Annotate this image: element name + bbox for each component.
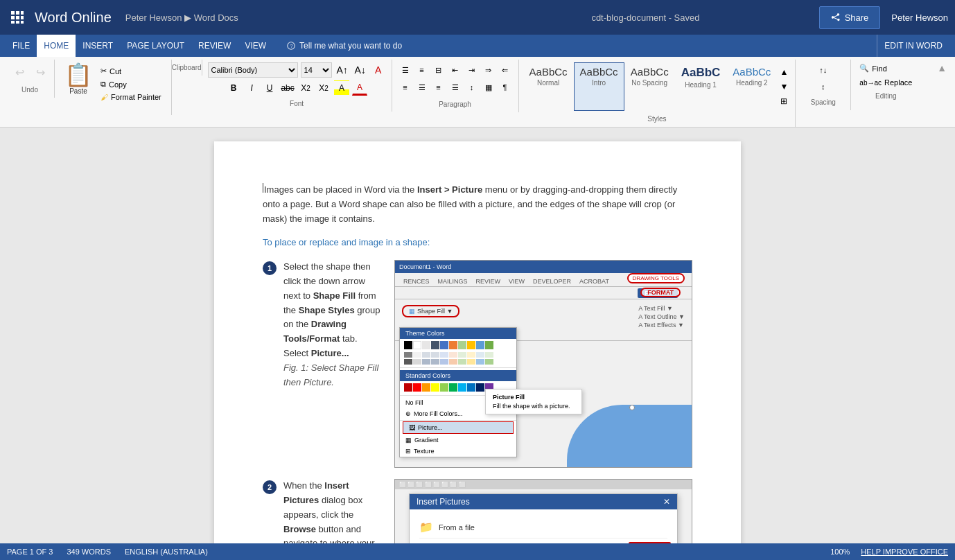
editing-group: 🔍 Find ab→ac Replace Editing: [851, 60, 920, 104]
tab-developer: DEVELOPER: [529, 277, 575, 286]
breadcrumb: Peter Hewson ▶ Word Docs: [125, 12, 472, 23]
menu-insert[interactable]: INSERT: [76, 35, 120, 57]
font-size-select[interactable]: 14: [301, 62, 332, 78]
font-color2-button[interactable]: A: [352, 80, 367, 96]
ltr-button[interactable]: ⇒: [481, 62, 496, 78]
rtl-button[interactable]: ⇐: [498, 62, 513, 78]
increase-indent-button[interactable]: ⇥: [464, 62, 480, 78]
close-dialog-icon[interactable]: ✕: [663, 497, 670, 507]
spacing-before-button[interactable]: ↑↓: [816, 62, 831, 78]
bold-button[interactable]: B: [226, 80, 241, 96]
gradient-option: ▦ Gradient: [400, 435, 516, 446]
multilevel-list-button[interactable]: ⊟: [431, 62, 446, 78]
undo-group-label: Undo: [21, 85, 38, 95]
tell-me-bar[interactable]: ? Tell me what you want to do: [287, 41, 402, 51]
menu-review[interactable]: REVIEW: [191, 35, 238, 57]
strikethrough-button[interactable]: abc: [280, 80, 295, 96]
style-no-spacing[interactable]: AaBbCc No Spacing: [624, 62, 675, 111]
menu-file[interactable]: FILE: [6, 35, 37, 57]
drawing-tools-label: DRAWING TOOLS: [627, 273, 685, 283]
step2-screenshot: ⬜ ⬜ ⬜ ⬜ ⬜ ⬜ ⬜ ⬜ Insert Pictures ✕ 📁 From…: [394, 479, 692, 546]
styles-scroll-up[interactable]: ▲: [778, 67, 789, 78]
paste-button[interactable]: 📋 Paste: [59, 62, 98, 95]
font-name-select[interactable]: Calibri (Body): [208, 62, 298, 78]
cut-label: Cut: [109, 67, 121, 76]
bullets-button[interactable]: ☰: [398, 62, 413, 78]
superscript-button[interactable]: X2: [316, 80, 331, 96]
numbering-button[interactable]: ≡: [414, 62, 430, 78]
style-normal-preview: AaBbCc: [529, 66, 568, 78]
highlight-button[interactable]: A: [334, 80, 349, 96]
step1-section: 1 Select the shape then click the down a…: [263, 260, 692, 468]
step2-left: 2 When the Insert Pictures dialog box ap…: [263, 479, 380, 546]
step2-content: When the Insert Pictures dialog box appe…: [283, 479, 380, 546]
word-mock-1: Document1 - Word RENCES MAILINGS REVIEW …: [394, 260, 692, 468]
style-intro[interactable]: AaBbCc Intro: [574, 62, 624, 111]
line-spacing-button[interactable]: ↕: [464, 80, 480, 95]
document-area[interactable]: Images can be placed in Word via the Ins…: [0, 128, 955, 546]
format-painter-button[interactable]: 🖌 Format Painter: [98, 91, 164, 103]
decrease-indent-button[interactable]: ⇤: [448, 62, 463, 78]
step2-item: 2 When the Insert Pictures dialog box ap…: [263, 479, 380, 546]
paragraph-group-label: Paragraph: [439, 99, 471, 110]
share-button[interactable]: Share: [819, 6, 881, 29]
align-right-button[interactable]: ≡: [431, 80, 446, 95]
texture-option: ⊞ Texture: [400, 446, 516, 457]
clipboard-small-buttons: ✂ Cut ⧉ Copy 🖌 Format Painter: [98, 62, 164, 103]
copy-button[interactable]: ⧉ Copy: [98, 78, 164, 90]
menu-page-layout[interactable]: PAGE LAYOUT: [120, 35, 191, 57]
insert-pictures-body: 📁 From a file: [410, 509, 677, 545]
page-count: PAGE 1 OF 3: [7, 548, 53, 556]
font-color-button[interactable]: A: [371, 62, 386, 78]
align-center-button[interactable]: ☰: [414, 80, 430, 95]
insert-pictures-title: Insert Pictures: [417, 497, 470, 507]
tab-view: VIEW: [505, 277, 529, 286]
font-group: Calibri (Body) 14 A↑ A↓ A B I U abc X2 X…: [202, 60, 392, 112]
style-heading2[interactable]: AaBbCc Heading 2: [726, 62, 777, 111]
svg-text:?: ?: [290, 43, 293, 49]
find-button[interactable]: 🔍 Find: [857, 62, 915, 74]
style-heading1[interactable]: AaBbC Heading 1: [675, 62, 727, 111]
subscript-button[interactable]: X2: [298, 80, 313, 96]
styles-scroll-down[interactable]: ▼: [778, 81, 789, 92]
document-page: Images can be placed in Word via the Ins…: [214, 141, 741, 546]
format-tab-circled: FORMAT: [640, 288, 681, 297]
breadcrumb-user[interactable]: Peter Hewson: [125, 12, 182, 23]
picture-fill-tooltip: Picture Fill Fill the shape with a pictu…: [485, 389, 582, 414]
svg-rect-6: [11, 21, 15, 24]
cut-button[interactable]: ✂ Cut: [98, 65, 164, 77]
theme-colors-dark-row: [400, 339, 516, 351]
help-improve[interactable]: HELP IMPROVE OFFICE: [861, 548, 948, 556]
justify-button[interactable]: ☰: [448, 80, 463, 95]
shading-button[interactable]: ▦: [481, 80, 496, 95]
edit-in-word-button[interactable]: EDIT IN WORD: [877, 35, 949, 57]
cursor: [263, 183, 263, 193]
word-mock-titlebar: Document1 - Word: [395, 261, 692, 273]
style-intro-preview: AaBbCc: [580, 66, 618, 78]
decrease-font-size-button[interactable]: A↓: [353, 62, 368, 78]
underline-button[interactable]: U: [262, 80, 277, 96]
tab-references: RENCES: [399, 277, 434, 286]
status-right: 100% HELP IMPROVE OFFICE: [830, 548, 948, 556]
paragraph-mark-button[interactable]: ¶: [498, 80, 513, 95]
spacing-after-button[interactable]: ↕: [816, 79, 831, 94]
italic-button[interactable]: I: [244, 80, 259, 96]
increase-font-size-button[interactable]: A↑: [335, 62, 350, 78]
breadcrumb-folder[interactable]: Word Docs: [194, 12, 238, 23]
waffle-icon[interactable]: [7, 7, 28, 28]
menu-bar: FILE HOME INSERT PAGE LAYOUT REVIEW VIEW…: [0, 35, 955, 57]
style-heading2-name: Heading 2: [736, 79, 768, 87]
replace-button[interactable]: ab→ac Replace: [857, 77, 915, 88]
style-normal-name: Normal: [537, 79, 559, 87]
undo-button[interactable]: ↩: [10, 62, 29, 82]
picture-fill-title: Picture Fill: [493, 394, 575, 401]
insert-pictures-titlebar: Insert Pictures ✕: [410, 494, 677, 509]
style-normal[interactable]: AaBbCc Normal: [523, 62, 574, 111]
ribbon-collapse-button[interactable]: ▲: [934, 60, 949, 73]
redo-button[interactable]: ↪: [30, 62, 50, 82]
styles-expand[interactable]: ⊞: [778, 96, 789, 107]
menu-home[interactable]: HOME: [37, 35, 76, 57]
menu-view[interactable]: VIEW: [238, 35, 273, 57]
align-left-button[interactable]: ≡: [398, 80, 413, 95]
spacing-group-label: Spacing: [811, 97, 836, 107]
